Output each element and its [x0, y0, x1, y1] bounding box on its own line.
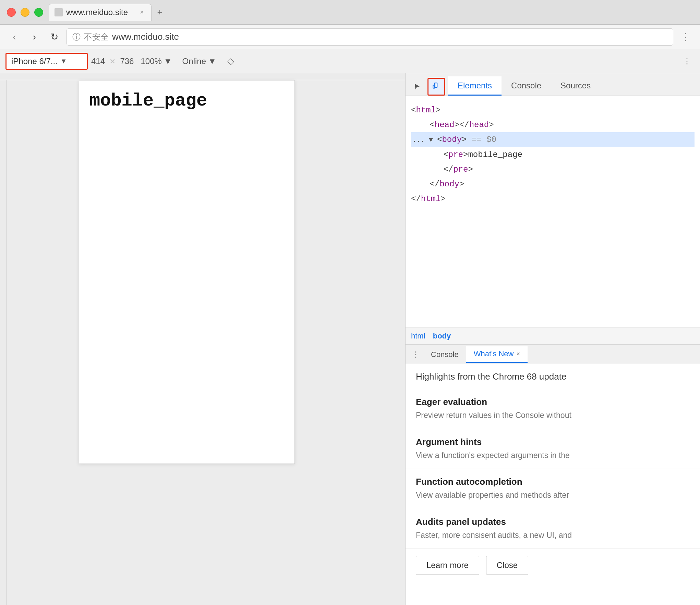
whats-new-header-text: Highlights from the Chrome 68 update	[416, 371, 566, 382]
tab-title: www.meiduo.site	[66, 8, 135, 17]
mobile-content: mobile_page	[79, 81, 294, 121]
zoom-label: 100%	[141, 57, 161, 66]
breadcrumb-bar: html body	[406, 328, 700, 345]
viewport-area: mobile_page	[0, 73, 405, 605]
back-button[interactable]: ‹	[7, 29, 22, 45]
network-selector[interactable]: Online ▼	[179, 53, 220, 69]
device-selector[interactable]: iPhone 6/7... ▼	[5, 53, 88, 70]
minimize-traffic-light[interactable]	[21, 8, 29, 17]
feature-title-autocompletion: Function autocompletion	[416, 477, 690, 487]
devtools-tab-console[interactable]: Console	[502, 76, 551, 96]
devtools-panel: Elements Console Sources <html> <head></…	[405, 73, 700, 605]
feature-item-eager: Eager evaluation Preview return values i…	[406, 389, 700, 429]
cursor-icon[interactable]: ◇	[223, 54, 238, 69]
tab-bar: www.meiduo.site × +	[49, 4, 693, 21]
new-tab-button[interactable]: +	[153, 5, 167, 19]
feature-item-hints: Argument hints View a function's expecte…	[406, 429, 700, 469]
security-icon: ⓘ	[72, 32, 81, 42]
toggle-device-mode-btn[interactable]	[427, 78, 445, 96]
dimension-separator: ×	[110, 56, 115, 67]
close-traffic-light[interactable]	[7, 8, 16, 17]
console-tab-console[interactable]: Console	[423, 346, 466, 363]
console-tab-whatsnew[interactable]: What's New ×	[466, 346, 528, 363]
breadcrumb-html[interactable]: html	[411, 332, 425, 341]
feature-title-hints: Argument hints	[416, 437, 690, 447]
viewport-width: 414	[91, 57, 105, 66]
html-node-pre-close[interactable]: </pre>	[411, 162, 695, 177]
browser-tab[interactable]: www.meiduo.site ×	[49, 4, 152, 21]
refresh-button[interactable]: ↻	[47, 29, 62, 45]
maximize-traffic-light[interactable]	[34, 8, 43, 17]
breadcrumb-separator	[428, 332, 430, 341]
mobile-page-text: mobile_page	[89, 91, 207, 111]
zoom-arrow: ▼	[164, 57, 172, 66]
traffic-lights	[7, 8, 43, 17]
address-bar[interactable]: ⓘ 不安全 www.meiduo.site	[67, 28, 673, 46]
html-node-head[interactable]: <head></head>	[411, 118, 695, 132]
feature-desc-autocompletion: View available properties and methods af…	[416, 489, 690, 501]
devtools-tab-sources[interactable]: Sources	[551, 76, 600, 96]
network-label: Online	[182, 57, 206, 66]
devtools-tab-elements[interactable]: Elements	[448, 76, 502, 96]
whats-new-header: Highlights from the Chrome 68 update	[406, 364, 700, 389]
ruler-horizontal	[0, 73, 405, 80]
security-label: 不安全	[84, 32, 109, 42]
console-tabs: ⋮ Console What's New ×	[406, 345, 700, 364]
html-node-body[interactable]: ... ▼ <body> == $0	[411, 132, 695, 147]
svg-rect-1	[433, 85, 435, 88]
tab-favicon	[55, 8, 63, 16]
breadcrumb-body[interactable]: body	[433, 332, 451, 341]
devtools-overflow-btn[interactable]: ⋮	[679, 54, 695, 69]
more-button[interactable]: ⋮	[678, 29, 693, 45]
whatsnew-tab-close[interactable]: ×	[516, 350, 520, 358]
learn-more-button[interactable]: Learn more	[416, 556, 479, 575]
device-toolbar: iPhone 6/7... ▼ 414 × 736 100% ▼ Online …	[0, 49, 700, 73]
device-selector-arrow: ▼	[60, 57, 67, 65]
feature-title-eager: Eager evaluation	[416, 397, 690, 407]
console-menu-btn[interactable]: ⋮	[408, 347, 423, 362]
forward-button[interactable]: ›	[27, 29, 42, 45]
html-node-html[interactable]: <html>	[411, 103, 695, 118]
device-name-label: iPhone 6/7...	[11, 57, 58, 66]
action-buttons: Learn more Close	[406, 549, 700, 582]
close-button[interactable]: Close	[486, 556, 528, 575]
title-bar: www.meiduo.site × +	[0, 0, 700, 25]
inspect-element-btn[interactable]	[408, 78, 426, 96]
feature-desc-hints: View a function's expected arguments in …	[416, 449, 690, 461]
devtools-tabs: Elements Console Sources	[406, 73, 700, 96]
html-node-html-close[interactable]: </html>	[411, 192, 695, 206]
ruler-vertical	[0, 80, 7, 605]
zoom-selector[interactable]: 100% ▼	[137, 53, 175, 69]
feature-title-audits: Audits panel updates	[416, 517, 690, 527]
whats-new-content: Highlights from the Chrome 68 update Eag…	[406, 364, 700, 605]
feature-item-autocompletion: Function autocompletion View available p…	[406, 469, 700, 509]
nav-bar: ‹ › ↻ ⓘ 不安全 www.meiduo.site ⋮	[0, 25, 700, 49]
html-node-body-close[interactable]: </body>	[411, 177, 695, 192]
feature-item-audits: Audits panel updates Faster, more consis…	[406, 509, 700, 549]
network-arrow: ▼	[208, 57, 216, 66]
html-node-pre-open[interactable]: <pre>mobile_page	[411, 147, 695, 162]
viewport-height: 736	[120, 57, 134, 66]
feature-desc-audits: Faster, more consisent audits, a new UI,…	[416, 529, 690, 541]
main-area: mobile_page	[0, 73, 700, 605]
console-panel: ⋮ Console What's New × Highlights from t…	[406, 345, 700, 605]
mobile-frame: mobile_page	[79, 80, 295, 464]
html-tree: <html> <head></head> ... ▼ <body> == $0 …	[406, 96, 700, 328]
feature-desc-eager: Preview return values in the Console wit…	[416, 409, 690, 421]
browser-window: www.meiduo.site × + ‹ › ↻ ⓘ 不安全 www.meid…	[0, 0, 700, 605]
url-text: www.meiduo.site	[112, 32, 179, 42]
tab-close-button[interactable]: ×	[138, 9, 146, 16]
